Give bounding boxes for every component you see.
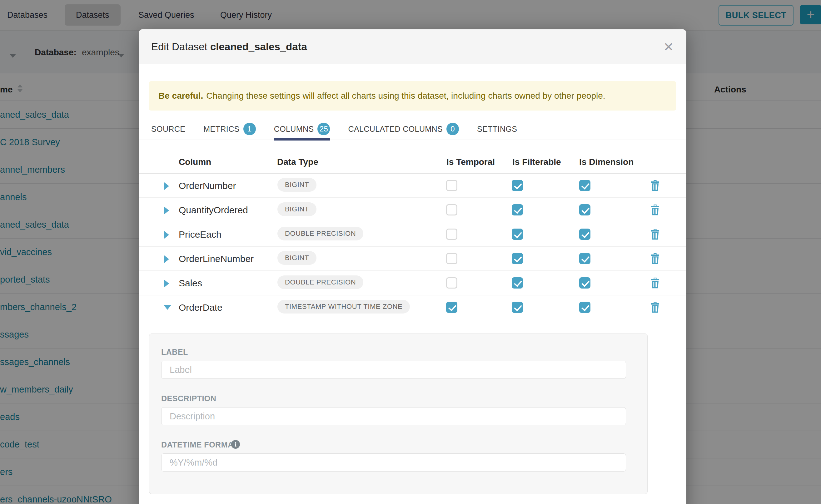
column-row: Sales DOUBLE PRECISION (139, 271, 686, 295)
data-type-pill: DOUBLE PRECISION (277, 227, 363, 240)
is-dimension-checkbox[interactable] (579, 277, 591, 289)
is-filterable-checkbox[interactable] (512, 229, 523, 240)
column-name: QuantityOrdered (179, 205, 248, 215)
data-type-pill: BIGINT (277, 178, 316, 192)
metrics-count-badge: 1 (243, 123, 256, 135)
modal-tabs: SOURCE METRICS1 COLUMNS25 CALCULATED COL… (139, 118, 686, 140)
is-filterable-checkbox[interactable] (512, 302, 523, 313)
collapse-caret-icon[interactable] (164, 305, 171, 310)
datetime-format-input[interactable] (161, 453, 626, 472)
warning-banner: Be careful. Changing these settings will… (149, 81, 676, 111)
column-row: OrderLineNumber BIGINT (139, 247, 686, 271)
delete-icon[interactable] (650, 229, 660, 240)
calculated-columns-count-badge: 0 (447, 123, 459, 135)
is-filterable-checkbox[interactable] (512, 204, 523, 215)
is-temporal-checkbox[interactable] (446, 253, 458, 264)
expand-caret-icon[interactable] (164, 255, 169, 263)
delete-icon[interactable] (650, 204, 660, 215)
is-filterable-checkbox[interactable] (512, 180, 523, 191)
is-temporal-checkbox[interactable] (446, 302, 458, 313)
header-column: Column (179, 157, 211, 167)
is-filterable-checkbox[interactable] (512, 277, 523, 289)
modal-header: Edit Dataset cleaned_sales_data ✕ (139, 29, 686, 64)
data-type-pill: BIGINT (277, 202, 316, 216)
column-name: OrderDate (179, 302, 222, 313)
close-icon[interactable]: ✕ (661, 40, 676, 54)
description-input[interactable] (161, 407, 626, 425)
tab-settings[interactable]: SETTINGS (477, 118, 517, 140)
delete-icon[interactable] (650, 180, 660, 191)
is-dimension-checkbox[interactable] (579, 302, 591, 313)
header-is-temporal: Is Temporal (447, 157, 495, 167)
is-temporal-checkbox[interactable] (446, 229, 458, 240)
tab-metrics[interactable]: METRICS1 (203, 118, 255, 140)
label-field-label: LABEL (161, 348, 188, 357)
expand-caret-icon[interactable] (164, 231, 169, 239)
is-dimension-checkbox[interactable] (579, 229, 591, 240)
description-field-label: DESCRIPTION (161, 394, 216, 403)
expand-caret-icon[interactable] (164, 280, 169, 287)
column-row: PriceEach DOUBLE PRECISION (139, 222, 686, 247)
data-type-pill: DOUBLE PRECISION (277, 275, 363, 289)
header-is-dimension: Is Dimension (579, 157, 634, 167)
delete-icon[interactable] (650, 253, 660, 264)
column-row: QuantityOrdered BIGINT (139, 198, 686, 222)
is-temporal-checkbox[interactable] (446, 277, 458, 289)
column-detail-panel: LABEL DESCRIPTION DATETIME FORMAT i (149, 334, 648, 494)
is-dimension-checkbox[interactable] (579, 253, 591, 264)
data-type-pill: BIGINT (277, 251, 316, 265)
column-row-expanded: OrderDate TIMESTAMP WITHOUT TIME ZONE (139, 295, 686, 320)
label-input[interactable] (161, 361, 626, 379)
is-filterable-checkbox[interactable] (512, 253, 523, 264)
tab-source[interactable]: SOURCE (151, 118, 185, 140)
delete-icon[interactable] (650, 302, 660, 313)
header-is-filterable: Is Filterable (512, 157, 561, 167)
warning-text: Changing these settings will affect all … (206, 91, 605, 101)
expand-caret-icon[interactable] (164, 207, 169, 214)
header-data-type: Data Type (277, 157, 318, 167)
tab-calculated-columns[interactable]: CALCULATED COLUMNS0 (348, 118, 459, 140)
columns-count-badge: 25 (317, 123, 330, 135)
warning-bold: Be careful. (158, 91, 203, 101)
column-name: PriceEach (179, 229, 221, 240)
column-row: OrderNumber BIGINT (139, 174, 686, 198)
info-icon[interactable]: i (231, 440, 240, 449)
tab-columns[interactable]: COLUMNS25 (274, 118, 330, 140)
is-temporal-checkbox[interactable] (446, 180, 458, 191)
is-temporal-checkbox[interactable] (446, 204, 458, 215)
delete-icon[interactable] (650, 277, 660, 289)
edit-dataset-modal: Edit Dataset cleaned_sales_data ✕ Be car… (139, 29, 686, 504)
dataset-name: cleaned_sales_data (210, 41, 307, 52)
column-name: OrderNumber (179, 180, 236, 191)
is-dimension-checkbox[interactable] (579, 204, 591, 215)
expand-caret-icon[interactable] (164, 182, 169, 190)
column-name: OrderLineNumber (179, 254, 254, 264)
column-name: Sales (179, 278, 202, 289)
is-dimension-checkbox[interactable] (579, 180, 591, 191)
modal-title: Edit Dataset cleaned_sales_data (151, 41, 307, 53)
columns-table-header: Column Data Type Is Temporal Is Filterab… (139, 140, 686, 174)
data-type-pill: TIMESTAMP WITHOUT TIME ZONE (277, 300, 410, 314)
datetime-format-field-label: DATETIME FORMAT (161, 440, 238, 449)
